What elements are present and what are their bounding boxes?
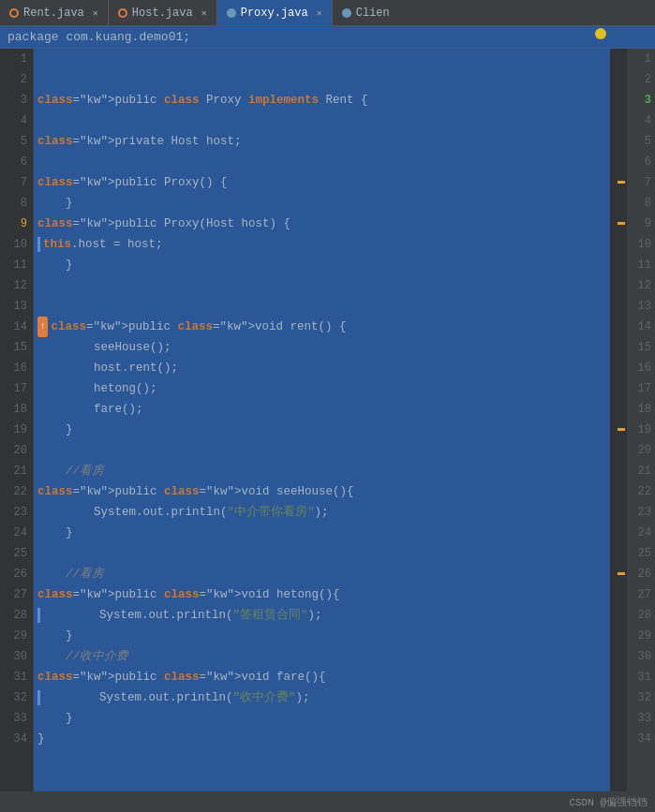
line-num-16: 16	[6, 358, 27, 378]
right-line-num-31: 31	[631, 667, 651, 687]
line-num-12: 12	[6, 275, 27, 296]
right-line-num-25: 25	[631, 543, 651, 564]
code-area[interactable]: class="kw">public class Proxy implements…	[34, 49, 610, 791]
tab-rent-label: Rent.java	[23, 7, 84, 20]
code-line-25	[37, 543, 610, 564]
bottom-bar: CSDN @偏强铛铛	[0, 791, 655, 812]
right-line-num-8: 8	[631, 193, 651, 214]
right-line-num-5: 5	[631, 131, 651, 152]
code-line-9: class="kw">public Proxy(Host host) {	[37, 214, 610, 234]
tab-client[interactable]: Clien	[333, 0, 399, 25]
proxy-icon	[227, 8, 236, 18]
tab-rent-close[interactable]: ✕	[93, 7, 98, 19]
line-num-30: 30	[6, 646, 27, 667]
editor-area: package com.kuang.demo01; 12345678910111…	[0, 26, 655, 791]
package-bar: package com.kuang.demo01;	[0, 26, 655, 49]
right-line-num-19: 19	[631, 420, 651, 440]
line-num-4: 4	[6, 111, 27, 131]
right-line-num-30: 30	[631, 646, 651, 667]
tab-bar: Rent.java ✕ Host.java ✕ Proxy.java ✕ Cli…	[0, 0, 655, 26]
code-line-13	[37, 296, 610, 317]
code-line-1	[37, 49, 610, 69]
rent-icon	[9, 8, 19, 18]
line-num-5: 5	[6, 131, 27, 152]
gutter-mark-9	[618, 222, 625, 225]
code-line-15: seeHouse();	[37, 337, 610, 358]
right-line-num-9: 9	[631, 214, 651, 234]
gutter-mark-26	[618, 572, 625, 575]
code-line-30: //收中介费	[37, 646, 610, 667]
code-line-22: class="kw">public class="kw">void seeHou…	[37, 481, 610, 502]
code-line-26: //看房	[37, 564, 610, 584]
line-num-2: 2	[6, 69, 27, 90]
tab-client-label: Clien	[356, 7, 390, 20]
code-line-20	[37, 440, 610, 461]
client-icon	[342, 8, 351, 18]
code-line-19: }	[37, 420, 610, 440]
right-line-num-22: 22	[631, 481, 651, 502]
right-line-num-26: 26	[631, 564, 651, 584]
right-line-num-2: 2	[631, 69, 651, 90]
right-line-num-23: 23	[631, 502, 651, 523]
right-line-num-20: 20	[631, 440, 651, 461]
watermark: CSDN @偏强铛铛	[569, 795, 648, 809]
line-num-20: 20	[6, 440, 27, 461]
tab-proxy-close[interactable]: ✕	[317, 7, 322, 19]
line-num-13: 13	[6, 296, 27, 317]
right-line-num-17: 17	[631, 378, 651, 399]
line-num-15: 15	[6, 337, 27, 358]
code-line-11: }	[37, 255, 610, 275]
tab-host[interactable]: Host.java ✕	[109, 0, 217, 25]
line-num-22: 22	[6, 481, 27, 502]
line-num-32: 32	[6, 687, 27, 708]
gutter-mark-7	[618, 181, 625, 184]
code-line-31: class="kw">public class="kw">void fare()…	[37, 667, 610, 687]
right-line-num-34: 34	[631, 729, 651, 749]
line-num-6: 6	[6, 152, 27, 172]
right-line-num-27: 27	[631, 584, 651, 605]
right-line-num-16: 16	[631, 358, 651, 378]
code-line-17: hetong();	[37, 378, 610, 399]
code-line-32: System.out.println("收中介费");	[37, 687, 610, 708]
line-num-24: 24	[6, 523, 27, 543]
code-line-3: class="kw">public class Proxy implements…	[37, 90, 610, 111]
line-numbers: 1234567891011121314151617181920212223242…	[0, 49, 34, 791]
code-line-27: class="kw">public class="kw">void hetong…	[37, 584, 610, 605]
warning-dot	[595, 28, 606, 39]
tab-host-close[interactable]: ✕	[201, 7, 207, 19]
right-line-num-28: 28	[631, 605, 651, 626]
tab-proxy[interactable]: Proxy.java ✕	[217, 0, 333, 25]
line-num-27: 27	[6, 584, 27, 605]
code-line-28: System.out.println("签租赁合同");	[37, 605, 610, 626]
line-num-19: 19	[6, 420, 27, 440]
right-line-num-29: 29	[631, 626, 651, 646]
right-line-num-14: 14	[631, 317, 651, 337]
line-num-29: 29	[6, 626, 27, 646]
line-num-3: 3	[6, 90, 27, 111]
code-line-24: }	[37, 523, 610, 543]
right-line-num-6: 6	[631, 152, 651, 172]
line-num-26: 26	[6, 564, 27, 584]
line-num-21: 21	[6, 461, 27, 481]
right-line-num-33: 33	[631, 708, 651, 729]
code-line-34: }	[37, 729, 610, 749]
code-line-21: //看房	[37, 461, 610, 481]
package-text: package com.kuang.demo01;	[7, 30, 190, 44]
code-line-33: }	[37, 708, 610, 729]
right-line-num-24: 24	[631, 523, 651, 543]
tab-rent[interactable]: Rent.java ✕	[0, 0, 109, 25]
code-line-29: }	[37, 626, 610, 646]
line-num-10: 10	[6, 234, 27, 255]
right-line-num-13: 13	[631, 296, 651, 317]
line-num-23: 23	[6, 502, 27, 523]
code-line-14: ! class="kw">public class="kw">void rent…	[37, 317, 610, 337]
code-line-16: host.rent();	[37, 358, 610, 378]
line-num-25: 25	[6, 543, 27, 564]
line-num-1: 1	[6, 49, 27, 69]
code-line-10: this.host = host;	[37, 234, 610, 255]
right-line-num-4: 4	[631, 111, 651, 131]
tab-host-label: Host.java	[132, 7, 193, 20]
right-line-num-21: 21	[631, 461, 651, 481]
tab-proxy-label: Proxy.java	[241, 7, 308, 20]
code-line-18: fare();	[37, 399, 610, 420]
